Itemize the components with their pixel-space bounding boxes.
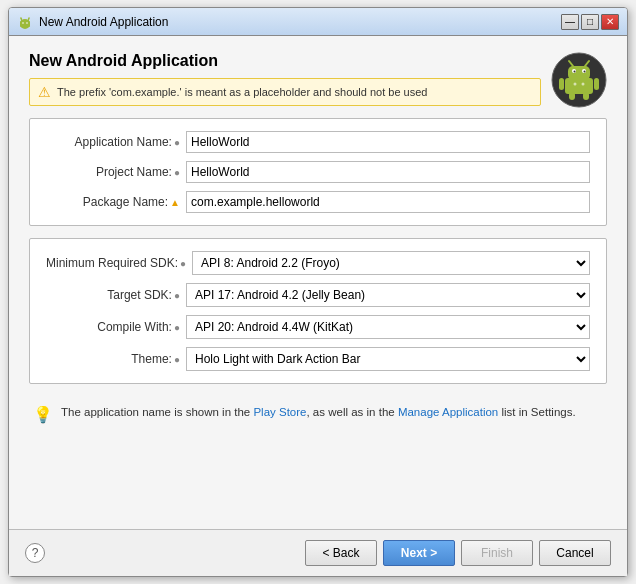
min-sdk-row: Minimum Required SDK: ● API 8: Android 2… [46,251,590,275]
titlebar-buttons: — □ ✕ [561,14,619,30]
warning-row: ⚠ The prefix 'com.example.' is meant as … [29,78,541,106]
svg-rect-18 [583,92,589,100]
app-name-label: Application Name: ● [46,135,186,149]
svg-point-12 [584,71,586,73]
svg-line-3 [28,18,29,21]
package-name-input[interactable] [186,191,590,213]
project-name-required: ● [174,167,180,178]
theme-row: Theme: ● Holo Light with Dark Action Bar… [46,347,590,371]
package-name-label: Package Name: ▲ [46,195,186,209]
play-store-link: Play Store [253,406,306,418]
svg-point-4 [22,22,24,24]
page-title: New Android Application [29,52,551,70]
close-button[interactable]: ✕ [601,14,619,30]
app-name-input[interactable] [186,131,590,153]
info-text: The application name is shown in the Pla… [61,404,576,421]
compile-with-row: Compile With: ● API 20: Android 4.4W (Ki… [46,315,590,339]
content-area: New Android Application ⚠ The prefix 'co… [9,36,627,529]
min-sdk-label: Minimum Required SDK: ● [46,256,192,270]
compile-required: ● [174,322,180,333]
help-button[interactable]: ? [25,543,45,563]
svg-rect-8 [568,66,590,80]
footer-buttons: < Back Next > Finish Cancel [305,540,611,566]
main-window: New Android Application — □ ✕ New Androi… [8,7,628,577]
svg-point-11 [574,71,576,73]
basic-info-section: Application Name: ● Project Name: ● Pack… [29,118,607,226]
cancel-button[interactable]: Cancel [539,540,611,566]
warning-icon: ⚠ [38,84,51,100]
manage-app-link: Manage Application [398,406,498,418]
theme-label: Theme: ● [46,352,186,366]
package-name-row: Package Name: ▲ [46,191,590,213]
compile-with-label: Compile With: ● [46,320,186,334]
target-sdk-label: Target SDK: ● [46,288,186,302]
svg-rect-7 [565,78,593,94]
app-name-required: ● [174,137,180,148]
target-sdk-select[interactable]: API 17: Android 4.2 (Jelly Bean) API 18:… [186,283,590,307]
footer: ? < Back Next > Finish Cancel [9,529,627,576]
svg-rect-1 [20,21,30,27]
back-button[interactable]: < Back [305,540,377,566]
minimize-button[interactable]: — [561,14,579,30]
svg-rect-17 [569,92,575,100]
project-name-label: Project Name: ● [46,165,186,179]
svg-point-20 [582,83,585,86]
package-name-warn: ▲ [170,197,180,208]
maximize-button[interactable]: □ [581,14,599,30]
info-section: 💡 The application name is shown in the P… [29,396,607,517]
min-sdk-select[interactable]: API 8: Android 2.2 (Froyo) API 9: Androi… [192,251,590,275]
header-text-area: New Android Application ⚠ The prefix 'co… [29,52,551,106]
sdk-section: Minimum Required SDK: ● API 8: Android 2… [29,238,607,384]
target-sdk-row: Target SDK: ● API 17: Android 4.2 (Jelly… [46,283,590,307]
finish-button[interactable]: Finish [461,540,533,566]
target-sdk-required: ● [174,290,180,301]
min-sdk-required: ● [180,258,186,269]
header-area: New Android Application ⚠ The prefix 'co… [29,52,607,108]
svg-line-2 [21,18,22,21]
svg-point-5 [26,22,28,24]
project-name-input[interactable] [186,161,590,183]
project-name-row: Project Name: ● [46,161,590,183]
compile-with-select[interactable]: API 20: Android 4.4W (KitKat) API 19: An… [186,315,590,339]
window-title: New Android Application [39,15,168,29]
footer-left: ? [25,543,45,563]
svg-point-19 [574,83,577,86]
titlebar-left: New Android Application [17,14,168,30]
titlebar: New Android Application — □ ✕ [9,8,627,36]
app-name-row: Application Name: ● [46,131,590,153]
next-button[interactable]: Next > [383,540,455,566]
android-logo [551,52,607,108]
window-icon [17,14,33,30]
svg-rect-15 [559,78,564,90]
theme-select[interactable]: Holo Light with Dark Action Bar Holo Dar… [186,347,590,371]
svg-rect-16 [594,78,599,90]
theme-required: ● [174,354,180,365]
info-icon: 💡 [33,405,53,424]
warning-text: The prefix 'com.example.' is meant as a … [57,86,427,98]
